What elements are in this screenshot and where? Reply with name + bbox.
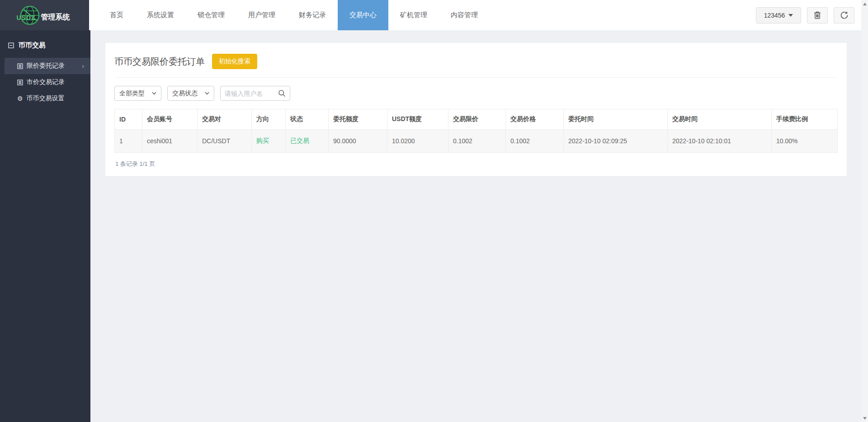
col-entrust-amount: 委托额度 (329, 109, 387, 130)
navbar-right-controls: 123456 (756, 0, 868, 30)
col-usdt-amount: USDT额度 (387, 109, 448, 130)
cell-direction: 购买 (252, 130, 286, 153)
list-icon (17, 63, 23, 69)
page-title: 币币交易限价委托订单 (114, 56, 205, 68)
username-search-input[interactable] (225, 90, 278, 97)
logout-icon (840, 11, 849, 19)
sidebar-item-trade-settings[interactable]: ⚙ 币币交易设置 (5, 90, 90, 107)
orders-table: ID 会员账号 交易对 方向 状态 委托额度 USDT额度 交易限价 交易价格 … (114, 109, 838, 153)
search-icon[interactable] (278, 89, 286, 97)
filter-bar: 全部类型 交易状态 (114, 86, 838, 101)
globe-logo-icon: USDZ (19, 5, 40, 26)
nav-item-content[interactable]: 内容管理 (439, 0, 490, 30)
chevron-down-icon (152, 92, 156, 95)
cell-entrust-amount: 90.0000 (329, 130, 387, 153)
list-icon (17, 80, 23, 85)
card-header: 币币交易限价委托订单 初始化搜索 (114, 51, 838, 78)
col-trade-pair: 交易对 (198, 109, 252, 130)
nav-item-lockup[interactable]: 锁仓管理 (186, 0, 236, 30)
sidebar-item-label: 限价委托记录 (27, 62, 65, 70)
sidebar: 币币交易 限价委托记录 › 市价交易记录 ⚙ 币币交易设置 (0, 30, 90, 422)
sidebar-item-limit-orders[interactable]: 限价委托记录 › (5, 58, 90, 74)
cell-member-account: ceshi001 (142, 130, 198, 153)
nav-item-trade-center[interactable]: 交易中心 (338, 0, 388, 30)
cell-trade-pair: DC/USDT (198, 130, 252, 153)
record-count: 1 条记录 1/1 页 (115, 160, 837, 168)
cell-limit-price: 0.1002 (448, 130, 506, 153)
cell-fee-ratio: 10.00% (772, 130, 838, 153)
main-nav: 首页 系统设置 锁仓管理 用户管理 财务记录 交易中心 矿机管理 内容管理 (98, 0, 490, 30)
trash-icon (813, 11, 821, 19)
logout-button[interactable] (834, 7, 854, 23)
logo-text: USDZ (17, 14, 36, 21)
cell-trade-time: 2022-10-10 02:10:01 (668, 130, 772, 153)
trash-button[interactable] (807, 7, 828, 23)
cell-usdt-amount: 10.0200 (387, 130, 448, 153)
cell-status: 已交易 (286, 130, 329, 153)
col-status: 状态 (286, 109, 329, 130)
username-search (220, 86, 290, 101)
orders-card: 币币交易限价委托订单 初始化搜索 全部类型 交易状态 (105, 43, 847, 176)
cell-id: 1 (115, 130, 142, 153)
col-trade-price: 交易价格 (506, 109, 564, 130)
collapse-minus-icon (8, 42, 14, 48)
chevron-right-icon: › (82, 62, 84, 70)
col-fee-ratio: 手续费比例 (772, 109, 838, 130)
nav-item-home[interactable]: 首页 (98, 0, 135, 30)
col-limit-price: 交易限价 (448, 109, 506, 130)
col-entrust-time: 委托时间 (564, 109, 668, 130)
sidebar-item-market-trades[interactable]: 市价交易记录 (5, 74, 90, 90)
table-row: 1 ceshi001 DC/USDT 购买 已交易 90.0000 10.020… (115, 130, 838, 153)
user-dropdown-button[interactable]: 123456 (756, 7, 801, 23)
col-member-account: 会员账号 (142, 109, 198, 130)
scroll-up-icon[interactable] (861, 0, 868, 8)
scroll-down-icon[interactable] (861, 414, 868, 422)
user-dropdown-label: 123456 (764, 12, 785, 19)
status-select-value: 交易状态 (172, 89, 198, 98)
col-trade-time: 交易时间 (668, 109, 772, 130)
nav-item-users[interactable]: 用户管理 (236, 0, 287, 30)
vertical-scrollbar[interactable] (861, 0, 868, 422)
status-select[interactable]: 交易状态 (167, 86, 214, 101)
col-id: ID (115, 109, 142, 130)
nav-item-finance[interactable]: 财务记录 (287, 0, 338, 30)
reset-search-button[interactable]: 初始化搜索 (212, 54, 257, 69)
app-logo: USDZ 管理系统 (0, 0, 89, 30)
sidebar-group-label: 币币交易 (19, 41, 46, 50)
nav-item-miner[interactable]: 矿机管理 (388, 0, 439, 30)
sidebar-item-label: 市价交易记录 (27, 78, 65, 86)
type-select[interactable]: 全部类型 (114, 86, 161, 101)
cell-entrust-time: 2022-10-10 02:09:25 (564, 130, 668, 153)
sidebar-item-label: 币币交易设置 (27, 94, 65, 103)
chevron-down-icon (205, 92, 209, 95)
sidebar-group-coin-trade[interactable]: 币币交易 (0, 30, 90, 58)
app-title: 管理系统 (41, 13, 70, 22)
gear-icon: ⚙ (17, 95, 23, 102)
type-select-value: 全部类型 (119, 89, 145, 98)
nav-item-system-settings[interactable]: 系统设置 (135, 0, 186, 30)
col-direction: 方向 (252, 109, 286, 130)
caret-down-icon (788, 14, 793, 17)
cell-trade-price: 0.1002 (506, 130, 564, 153)
table-header-row: ID 会员账号 交易对 方向 状态 委托额度 USDT额度 交易限价 交易价格 … (115, 109, 838, 130)
top-navbar: USDZ 管理系统 首页 系统设置 锁仓管理 用户管理 财务记录 交易中心 矿机… (0, 0, 868, 30)
main-content: 币币交易限价委托订单 初始化搜索 全部类型 交易状态 (90, 30, 861, 422)
